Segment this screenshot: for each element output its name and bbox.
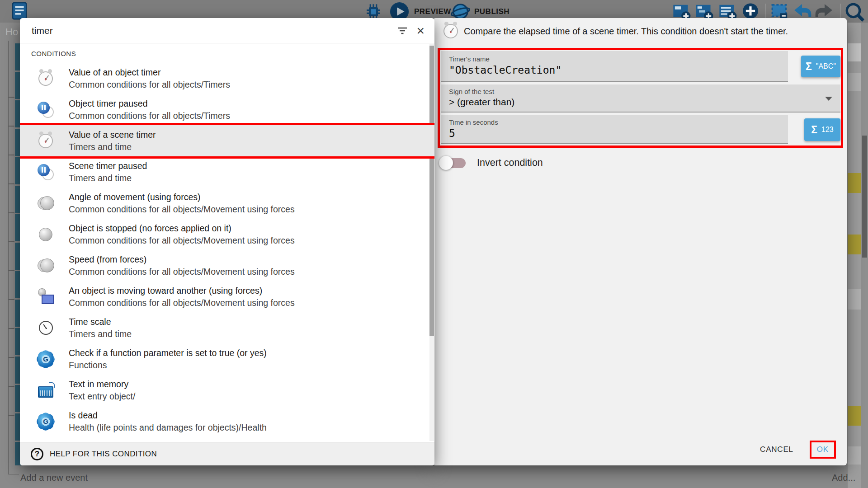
list-scrollbar-thumb[interactable]	[429, 46, 434, 336]
sign-of-test-value: > (greater than)	[449, 97, 832, 108]
condition-subtitle: Common conditions for all objects/Timers	[69, 110, 230, 122]
events-row-highlight	[848, 235, 861, 254]
condition-item-selected[interactable]: Value of a scene timer Timers and time	[20, 125, 434, 156]
sign-of-test-label: Sign of the test	[449, 88, 832, 95]
condition-title: An object is moving toward another (usin…	[69, 285, 295, 297]
condition-item[interactable]: Is dead Health (life points and damages …	[20, 406, 434, 437]
condition-item[interactable]: Value of an object timer Common conditio…	[20, 63, 434, 94]
add-new-event-button[interactable]: Add a new event	[20, 473, 88, 483]
events-row	[848, 43, 861, 61]
disc-icon	[38, 196, 54, 211]
condition-subtitle: Text entry object/	[69, 390, 135, 403]
events-sheet-right-edge	[848, 23, 861, 488]
condition-title: Object is stopped (no forces applied on …	[69, 222, 295, 235]
condition-item[interactable]: An object is moving toward another (usin…	[20, 281, 434, 312]
events-row	[848, 289, 861, 310]
condition-title: Scene timer paused	[69, 160, 147, 172]
keyboard-icon	[38, 386, 53, 398]
events-row	[848, 446, 861, 465]
condition-item[interactable]: Object is stopped (no forces applied on …	[20, 219, 434, 250]
numeric-label: 123	[821, 126, 834, 134]
publish-button[interactable]: PUBLISH	[474, 7, 509, 16]
condition-title: Angle of movement (using forces)	[69, 191, 295, 203]
time-seconds-label: Time in seconds	[449, 118, 780, 126]
close-icon[interactable]: ×	[416, 24, 425, 38]
events-row-highlight	[848, 173, 861, 193]
condition-subtitle: Common conditions for all objects/Moveme…	[69, 266, 295, 278]
search-input[interactable]	[32, 25, 388, 36]
filter-icon[interactable]	[396, 26, 408, 36]
events-row-highlight	[848, 406, 861, 426]
ok-button[interactable]: OK	[817, 445, 829, 454]
condition-title: Text in memory	[69, 378, 135, 390]
preview-button[interactable]: PREVIEW	[414, 7, 451, 16]
window-scrollbar[interactable]	[861, 23, 868, 488]
clock-icon	[39, 321, 53, 335]
abc-label: "ABC"	[816, 62, 836, 70]
instruction-search-panel: × CONDITIONS Value of an object timer Co…	[20, 18, 434, 465]
pause-clock-icon	[38, 102, 54, 118]
sign-of-test-select[interactable]: Sign of the test > (greater than)	[441, 84, 840, 113]
condition-subtitle: Common conditions for all objects/Moveme…	[69, 297, 295, 309]
list-scrollbar[interactable]	[429, 44, 434, 441]
condition-title: Object timer paused	[69, 98, 230, 110]
time-seconds-field[interactable]: Time in seconds 5	[441, 115, 788, 144]
condition-item[interactable]: Object timer paused Common conditions fo…	[20, 94, 434, 125]
sigma-icon: Σ	[806, 61, 812, 72]
condition-title: Check if a function parameter is set to …	[69, 347, 267, 359]
toolbar-separator	[765, 4, 766, 19]
conditions-section-header: CONDITIONS	[20, 48, 434, 63]
condition-subtitle: Timers and time	[69, 172, 147, 184]
toolbar-separator	[840, 4, 841, 19]
alarm-clock-icon	[38, 134, 53, 148]
home-tab[interactable]: Ho	[5, 26, 18, 38]
time-seconds-expression-button[interactable]: Σ 123	[804, 118, 840, 141]
condition-subtitle: Common conditions for all objects/Moveme…	[69, 235, 295, 247]
condition-subtitle: Timers and time	[69, 328, 132, 340]
alarm-clock-icon	[443, 24, 458, 38]
help-label: HELP FOR THIS CONDITION	[50, 450, 157, 459]
window-scrollbar-thumb[interactable]	[862, 136, 867, 258]
help-for-condition-link[interactable]: ? HELP FOR THIS CONDITION	[20, 442, 434, 465]
condition-subtitle: Functions	[69, 359, 267, 371]
sign-of-test-row: Sign of the test > (greater than)	[441, 84, 840, 113]
sigma-icon: Σ	[811, 125, 817, 135]
search-icon[interactable]	[844, 2, 865, 23]
ok-annotation-rect: OK	[810, 441, 836, 459]
app-window: PREVIEW PUBLISH	[0, 0, 868, 488]
condition-item[interactable]: Check if a function parameter is set to …	[20, 343, 434, 375]
condition-title: Value of a scene timer	[69, 129, 156, 141]
cancel-button[interactable]: CANCEL	[760, 445, 793, 454]
invert-condition-label: Invert condition	[477, 157, 543, 169]
timer-name-value[interactable]: "ObstacleCreation"	[449, 64, 780, 76]
alarm-clock-icon	[38, 71, 53, 86]
conditions-list: Value of an object timer Common conditio…	[20, 63, 434, 437]
events-tree-foot	[8, 474, 19, 474]
condition-subtitle: Common conditions for all objects/Timers	[69, 79, 230, 91]
condition-description: Compare the elapsed time of a scene time…	[464, 26, 788, 37]
time-seconds-value[interactable]: 5	[449, 127, 780, 139]
ball-square-icon	[37, 288, 54, 305]
timer-name-label: Timer's name	[449, 55, 780, 63]
events-row	[848, 73, 861, 91]
gear-icon	[38, 352, 53, 367]
condition-subtitle: Timers and time	[69, 141, 156, 153]
condition-item[interactable]: Scene timer paused Timers and time	[20, 156, 434, 188]
help-icon: ?	[31, 448, 43, 460]
condition-title: Value of an object timer	[69, 66, 230, 79]
condition-title: Speed (from forces)	[69, 253, 295, 266]
gear-icon	[38, 414, 53, 429]
condition-title: Time scale	[69, 316, 132, 328]
invert-condition-toggle[interactable]	[439, 156, 466, 170]
ball-icon	[39, 228, 52, 241]
timer-name-expression-button[interactable]: Σ "ABC"	[801, 56, 840, 77]
condition-item[interactable]: Time scale Timers and time	[20, 312, 434, 343]
add-more-button[interactable]: Add...	[832, 473, 855, 483]
toggle-knob	[439, 156, 453, 170]
condition-item[interactable]: Speed (from forces) Common conditions fo…	[20, 250, 434, 281]
condition-title: Is dead	[69, 409, 267, 422]
condition-item[interactable]: Text in memory Text entry object/	[20, 375, 434, 406]
condition-item[interactable]: Angle of movement (using forces) Common …	[20, 188, 434, 219]
pause-clock-icon	[38, 164, 54, 180]
timer-name-field[interactable]: Timer's name "ObstacleCreation"	[441, 51, 788, 82]
